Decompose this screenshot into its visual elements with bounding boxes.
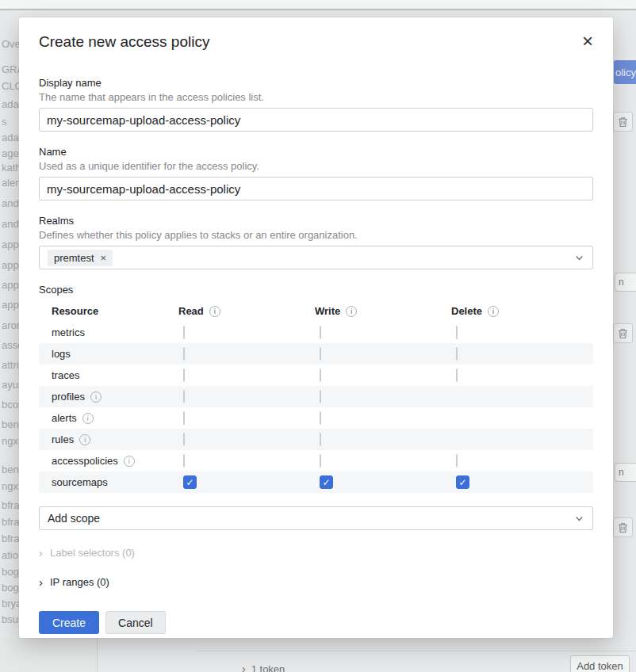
background-list-item-fragment: aler [2,177,19,189]
accesspolicies-write-checkbox[interactable] [320,454,321,468]
profiles-write-checkbox[interactable] [320,390,321,403]
background-list-item-fragment: ngx [2,480,18,492]
scope-row-alerts: alertsi [39,407,593,429]
resource-name: alertsi [52,412,178,424]
scope-cell [451,326,593,338]
sourcemaps-write-checkbox[interactable]: ✓ [320,475,333,489]
column-header-delete: Deletei [451,305,593,317]
resource-name: logs [52,348,178,360]
sourcemaps-read-checkbox[interactable]: ✓ [183,475,197,489]
divider [197,651,636,651]
background-list-item-fragment: bfra [2,533,19,544]
label-selectors-expander[interactable]: › Label selectors (0) [39,547,593,559]
traces-write-checkbox[interactable] [320,368,321,382]
resource-name: sourcemaps [52,476,178,488]
background-list-item-fragment: attri [2,359,19,371]
background-add-token-button: Add token [570,655,630,672]
rules-write-checkbox[interactable] [320,433,321,446]
resource-label: traces [52,369,79,381]
scope-cell [451,455,593,467]
scopes-label: Scopes [39,284,593,296]
background-create-policy-button-fragment: olicy [614,60,636,84]
column-header-label: Resource [52,305,98,317]
name-input[interactable] [39,177,593,200]
sourcemaps-delete-checkbox[interactable]: ✓ [456,475,469,489]
profiles-read-checkbox[interactable] [183,390,185,403]
background-sidebar-panel [0,638,98,672]
logs-delete-checkbox[interactable] [456,347,458,361]
scope-cell [178,391,315,403]
info-icon[interactable]: i [90,391,102,403]
realms-label: Realms [39,215,593,227]
accesspolicies-read-checkbox[interactable] [183,454,185,468]
column-header-label: Write [315,305,340,317]
background-list-item-fragment: atio [2,549,18,561]
resource-label: accesspolicies [52,455,118,467]
scope-row-metrics: metrics [39,322,593,343]
scope-row-rules: rulesi [39,429,593,450]
alerts-write-checkbox[interactable] [320,411,321,425]
scope-row-profiles: profilesi [39,386,593,407]
scope-cell [178,326,315,338]
traces-read-checkbox[interactable] [183,368,185,382]
background-list-item-fragment: bog [2,582,19,594]
realms-select[interactable]: premtest× [39,246,593,269]
background-list-item-fragment: app [2,279,19,291]
metrics-delete-checkbox[interactable] [456,326,458,339]
background-top-bar [0,0,636,10]
info-icon[interactable]: i [79,434,90,445]
ip-ranges-expander[interactable]: › IP ranges (0) [39,576,593,588]
display-name-input[interactable] [39,108,593,132]
column-header-resource: Resource [52,305,178,317]
column-header-read: Readi [178,305,315,317]
rules-read-checkbox[interactable] [183,433,185,446]
background-button-fragment: n [615,273,636,292]
scope-cell [178,433,315,445]
info-icon[interactable]: i [209,306,220,317]
resource-name: metrics [52,326,178,338]
cancel-button[interactable]: Cancel [105,611,166,634]
metrics-read-checkbox[interactable] [183,326,185,339]
background-delete-policy-button [613,517,633,537]
background-list-item-fragment: bcot [2,399,21,410]
alerts-read-checkbox[interactable] [183,411,185,425]
info-icon[interactable]: i [82,413,94,424]
remove-tag-icon[interactable]: × [101,253,107,263]
scope-cell [315,348,451,360]
traces-delete-checkbox[interactable] [456,368,458,382]
resource-label: profiles [52,391,85,403]
resource-name: accesspoliciesi [52,455,178,467]
background-delete-policy-button [613,112,633,132]
metrics-write-checkbox[interactable] [320,326,321,339]
scope-cell [178,369,315,381]
logs-write-checkbox[interactable] [320,347,321,361]
logs-read-checkbox[interactable] [183,347,185,361]
info-icon[interactable]: i [488,306,499,317]
scope-cell [315,326,451,338]
dialog-title: Create new access policy [39,33,209,51]
background-button-fragment: n [615,463,636,482]
info-icon[interactable]: i [124,456,135,467]
background-list-item-fragment: s [2,116,7,128]
close-icon[interactable]: × [582,33,593,49]
scope-cell [315,433,451,445]
scope-cell [451,348,593,360]
scope-row-sourcemaps: sourcemaps✓✓✓ [39,472,593,493]
resource-label: sourcemaps [52,476,108,488]
display-name-help: The name that appears in the access poli… [39,91,593,103]
add-scope-select[interactable]: Add scope [39,506,593,530]
scope-row-traces: traces [39,365,593,386]
add-scope-placeholder: Add scope [48,512,100,525]
create-button[interactable]: Create [39,611,99,634]
scope-cell [178,348,315,360]
chevron-down-icon [574,514,584,524]
scope-cell: ✓ [315,475,451,489]
info-icon[interactable]: i [346,306,357,317]
background-list-item-fragment: kath [2,162,21,174]
background-list-item-fragment: bog [2,566,19,578]
column-header-write: Writei [315,305,451,317]
token-expander-label: 1 token [251,663,285,672]
resource-name: rulesi [52,433,178,445]
scope-row-logs: logs [39,343,593,365]
accesspolicies-delete-checkbox[interactable] [456,454,458,468]
